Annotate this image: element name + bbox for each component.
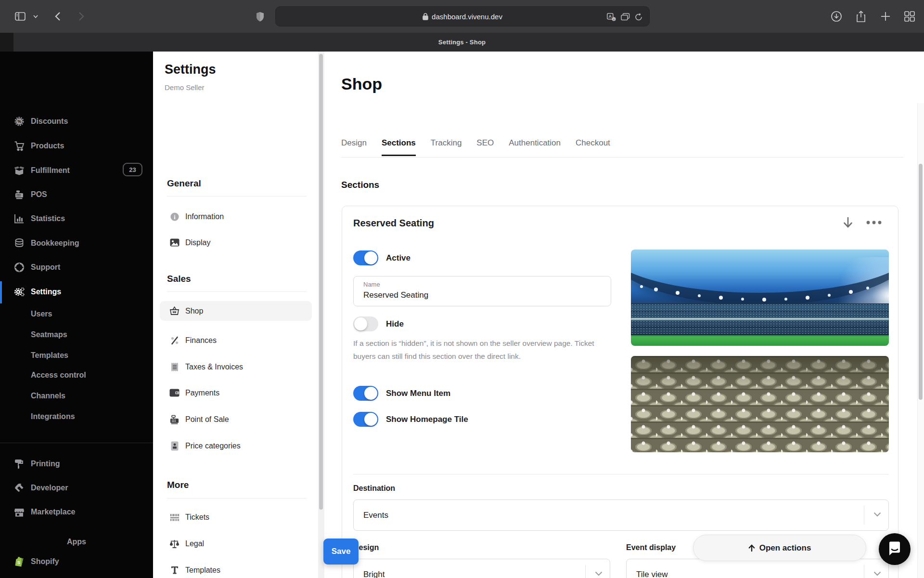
fulfillment-count-badge: 23 <box>123 163 142 176</box>
shop-tabs: Design Sections Tracking SEO Authenticat… <box>341 138 610 156</box>
select-separator <box>864 506 864 525</box>
settings-panel-scrollbar[interactable] <box>319 54 323 510</box>
id-card-icon <box>169 441 180 451</box>
settings-nav-item-display[interactable]: Display <box>160 233 312 252</box>
tab-sections[interactable]: Sections <box>382 138 416 156</box>
tab-seo[interactable]: SEO <box>476 138 494 156</box>
sidebar-item-developer[interactable]: Developer <box>0 478 153 498</box>
settings-nav-item-finances[interactable]: Finances <box>160 330 312 350</box>
design-select[interactable]: Bright <box>353 559 610 578</box>
divider <box>167 291 307 292</box>
toggle-knob <box>364 251 377 264</box>
tab-authentication[interactable]: Authentication <box>509 138 561 156</box>
name-input-label: Name <box>363 281 380 288</box>
discount-badge-icon: % <box>14 116 25 127</box>
sidebar-item-support[interactable]: Support <box>0 258 153 277</box>
sidebar-item-shopify[interactable]: S Shopify <box>0 552 153 571</box>
adjacent-tab-stub[interactable] <box>0 33 13 52</box>
homepage-tile-toggle-row: Show Homepage Tile <box>353 412 468 427</box>
event-display-label: Event display <box>626 543 676 552</box>
tab-checkout[interactable]: Checkout <box>576 138 610 156</box>
sidebar-item-marketplace[interactable]: Marketplace <box>0 502 153 522</box>
settings-nav-item-taxes-invoices[interactable]: Taxes & Invoices <box>160 357 312 377</box>
sidebar-item-users[interactable]: Users <box>31 310 52 318</box>
lock-icon <box>423 13 428 20</box>
stadium-rail <box>631 318 889 320</box>
url-field[interactable]: dashboard.vivenu.dev Ax <box>275 6 650 26</box>
percent-icon <box>169 335 180 345</box>
event-display-select[interactable]: Tile view <box>626 559 889 578</box>
seats-shade <box>631 356 889 452</box>
active-toggle[interactable] <box>353 250 378 265</box>
settings-nav-panel: Settings Demo Seller General i Informati… <box>153 52 318 578</box>
shield-icon[interactable] <box>253 10 267 23</box>
chat-widget-button[interactable] <box>879 533 911 565</box>
destination-select[interactable]: Events <box>353 499 889 531</box>
chevron-down-icon[interactable] <box>29 10 42 23</box>
show-homepage-tile-toggle[interactable] <box>353 412 378 427</box>
hammer-icon <box>14 483 25 493</box>
sidebar-item-integrations[interactable]: Integrations <box>31 412 75 421</box>
sidebar-item-discounts[interactable]: % Discounts <box>0 112 153 131</box>
settings-nav-item-tickets[interactable]: Tickets <box>160 507 312 527</box>
sidebar-item-bookkeeping[interactable]: Bookkeeping <box>0 234 153 253</box>
page-scrollbar[interactable] <box>919 164 923 400</box>
settings-nav-item-templates[interactable]: Templates <box>160 560 312 578</box>
tab-overview-icon[interactable] <box>621 13 630 21</box>
settings-nav-item-legal[interactable]: Legal <box>160 534 312 553</box>
hide-toggle[interactable] <box>353 316 378 331</box>
scales-icon <box>169 539 180 549</box>
settings-nav-item-information[interactable]: i Information <box>160 207 312 226</box>
settings-nav-item-payments[interactable]: Payments <box>160 383 312 403</box>
share-icon[interactable] <box>854 10 868 23</box>
show-menu-item-toggle[interactable] <box>353 386 378 401</box>
sidebar-divider <box>0 443 153 443</box>
reload-icon[interactable] <box>635 13 642 21</box>
downloads-icon[interactable] <box>830 10 843 23</box>
box-icon <box>14 165 25 176</box>
shopify-icon: S <box>14 556 25 567</box>
settings-nav-item-shop[interactable]: Shop <box>160 301 312 321</box>
tab-grid-icon[interactable] <box>903 10 916 23</box>
forward-icon[interactable] <box>75 10 88 23</box>
sidebar-item-products[interactable]: Products <box>0 136 153 156</box>
toggle-knob <box>364 387 377 400</box>
sidebar-item-templates[interactable]: Templates <box>31 351 68 360</box>
section-heading-more: More <box>167 480 189 490</box>
sidebar-item-statistics[interactable]: Statistics <box>0 209 153 228</box>
svg-text:A: A <box>609 14 612 19</box>
settings-nav-item-point-of-sale[interactable]: Point of Sale <box>160 409 312 429</box>
svg-text:x: x <box>613 18 615 21</box>
divider <box>167 498 307 499</box>
bar-chart-icon <box>14 213 25 224</box>
destination-label: Destination <box>353 484 395 493</box>
sidebar-toggle-icon[interactable] <box>13 10 27 23</box>
open-actions-button[interactable]: Open actions <box>693 535 866 561</box>
sidebar-item-channels[interactable]: Channels <box>31 392 65 400</box>
browser-tab-title[interactable]: Settings - Shop <box>438 39 486 46</box>
name-input[interactable]: Name Reserved Seating <box>353 276 611 306</box>
save-button[interactable]: Save <box>323 539 359 565</box>
storefront-icon <box>14 507 25 517</box>
move-down-icon[interactable] <box>840 215 856 230</box>
basket-icon <box>169 306 180 316</box>
sidebar-item-printing[interactable]: Printing <box>0 454 153 473</box>
sidebar-item-seatmaps[interactable]: Seatmaps <box>31 330 67 339</box>
more-options-icon[interactable] <box>864 215 884 230</box>
translate-icon[interactable]: Ax <box>607 13 616 21</box>
sidebar-item-access-control[interactable]: Access control <box>31 371 86 380</box>
svg-text:%: % <box>17 119 21 124</box>
tab-tracking[interactable]: Tracking <box>431 138 462 156</box>
chevron-down-icon <box>873 571 881 576</box>
stadium-image[interactable] <box>631 250 889 346</box>
seats-image[interactable] <box>631 356 889 452</box>
settings-nav-item-price-categories[interactable]: Price categories <box>160 436 312 456</box>
sidebar-item-pos[interactable]: POS <box>0 185 153 204</box>
tab-design[interactable]: Design <box>341 138 367 156</box>
sidebar-item-settings[interactable]: Settings <box>0 282 153 302</box>
hide-help-text: If a section is “hidden”, it is not show… <box>353 337 610 363</box>
back-icon[interactable] <box>51 10 64 23</box>
new-tab-icon[interactable] <box>879 10 892 23</box>
main-content: Shop Design Sections Tracking SEO Authen… <box>324 52 924 578</box>
toggle-knob <box>354 317 367 330</box>
